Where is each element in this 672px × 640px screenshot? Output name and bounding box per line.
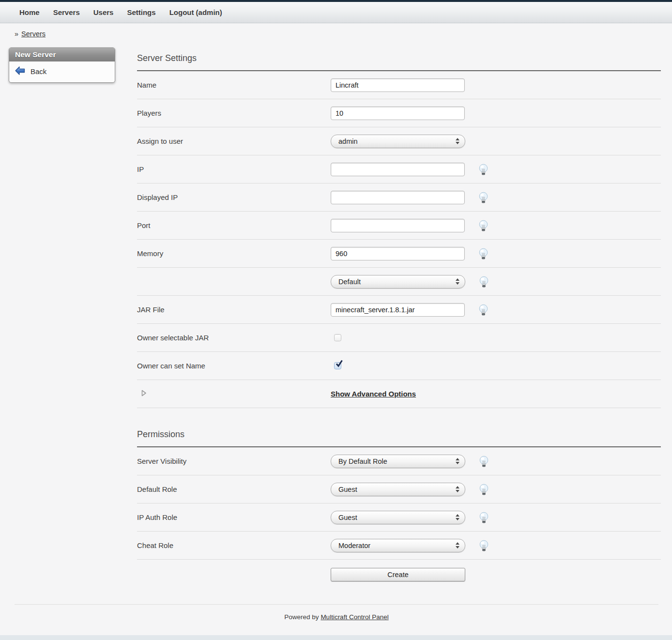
nav-item-users[interactable]: Users xyxy=(93,8,114,16)
multicraft-link[interactable]: Multicraft Control Panel xyxy=(321,613,388,621)
server-settings-heading: Server Settings xyxy=(137,53,661,71)
select-value: Default xyxy=(338,278,361,286)
form-row-advanced-options: Show Advanced Options xyxy=(137,380,661,408)
name-input[interactable] xyxy=(331,78,465,92)
sidebar: New Server Back xyxy=(0,43,132,83)
breadcrumb-separator: » xyxy=(15,30,18,38)
field-label: IP Auth Role xyxy=(137,513,331,521)
lightbulb-icon[interactable] xyxy=(478,192,489,203)
displayed-ip-input[interactable] xyxy=(331,191,465,204)
up-down-stepper-icon xyxy=(456,486,459,492)
assign-to-user-select[interactable]: admin xyxy=(331,135,465,148)
field-label: Players xyxy=(137,109,331,117)
ip-auth-role-select[interactable]: Guest xyxy=(331,511,465,524)
form-row-create: Create xyxy=(137,560,661,590)
lightbulb-icon[interactable] xyxy=(478,164,489,175)
up-down-stepper-icon xyxy=(456,458,459,464)
form-row-memory: Memory xyxy=(137,240,661,268)
up-down-stepper-icon xyxy=(456,514,459,520)
lightbulb-icon[interactable] xyxy=(478,220,489,231)
lightbulb-icon[interactable] xyxy=(478,304,489,316)
back-arrow-icon xyxy=(15,66,25,76)
breadcrumb-servers-link[interactable]: Servers xyxy=(21,30,46,38)
lightbulb-icon[interactable] xyxy=(478,540,489,551)
content-columns: New Server Back Server Settings Name xyxy=(0,43,672,591)
main-navigation: Home Servers Users Settings Logout (admi… xyxy=(0,2,672,23)
nav-item-logout[interactable]: Logout (admin) xyxy=(169,8,222,16)
form-row-ip: IP xyxy=(137,155,661,183)
select-value: Moderator xyxy=(338,542,370,549)
form-row-owner-selectable-jar: Owner selectable JAR xyxy=(137,324,661,352)
form-row-port: Port xyxy=(137,212,661,240)
lightbulb-icon[interactable] xyxy=(478,456,489,467)
server-visibility-select[interactable]: By Default Role xyxy=(331,455,465,468)
new-server-panel: New Server Back xyxy=(9,47,115,83)
field-label: Assign to user xyxy=(137,137,331,145)
field-label: Displayed IP xyxy=(137,193,331,201)
form-row-players: Players xyxy=(137,99,661,127)
back-button[interactable]: Back xyxy=(9,61,115,82)
field-label: JAR File xyxy=(137,305,331,314)
select-value: Guest xyxy=(338,486,357,493)
default-role-select[interactable]: Guest xyxy=(331,483,465,496)
form-row-server-visibility: Server Visibility By Default Role xyxy=(137,447,661,475)
up-down-stepper-icon xyxy=(456,542,459,549)
select-value: By Default Role xyxy=(338,457,387,465)
lightbulb-icon[interactable] xyxy=(478,248,489,259)
field-label: Owner selectable JAR xyxy=(137,334,331,342)
nav-item-servers[interactable]: Servers xyxy=(53,8,80,16)
form-row-default-role: Default Role Guest xyxy=(137,475,661,503)
footer: Powered by Multicraft Control Panel xyxy=(15,604,658,635)
footer-text: Powered by xyxy=(284,613,319,621)
cheat-role-select[interactable]: Moderator xyxy=(331,539,465,552)
form-row-cheat-role: Cheat Role Moderator xyxy=(137,532,661,560)
form-row-owner-can-set-name: Owner can set Name xyxy=(137,352,661,380)
players-input[interactable] xyxy=(331,107,465,120)
owner-can-set-name-checkbox[interactable] xyxy=(334,362,341,369)
field-label: IP xyxy=(137,165,331,173)
bottom-strip xyxy=(0,635,672,640)
field-label: Owner can set Name xyxy=(137,362,331,370)
advanced-toggle-cell xyxy=(137,390,331,398)
lightbulb-icon[interactable] xyxy=(478,484,489,495)
select-value: admin xyxy=(338,137,358,145)
collapsed-triangle-icon[interactable] xyxy=(141,390,147,396)
ip-input[interactable] xyxy=(331,163,465,176)
nav-item-home[interactable]: Home xyxy=(19,8,40,16)
owner-selectable-jar-checkbox[interactable] xyxy=(334,334,341,341)
panel-title: New Server xyxy=(9,48,115,61)
show-advanced-options-link[interactable]: Show Advanced Options xyxy=(331,390,416,398)
back-label: Back xyxy=(31,67,46,76)
field-label: Memory xyxy=(137,249,331,258)
main-content: Server Settings Name Players Assign to u… xyxy=(132,43,661,590)
field-label: Port xyxy=(137,221,331,229)
lightbulb-icon[interactable] xyxy=(478,276,489,288)
form-row-ip-auth-role: IP Auth Role Guest xyxy=(137,503,661,532)
memory-input[interactable] xyxy=(331,247,465,260)
up-down-stepper-icon xyxy=(456,278,459,285)
default-option-select[interactable]: Default xyxy=(331,275,465,289)
nav-item-settings[interactable]: Settings xyxy=(127,8,155,16)
checkmark-icon xyxy=(335,359,344,369)
field-label: Name xyxy=(137,81,331,89)
select-value: Guest xyxy=(338,514,357,521)
jar-file-input[interactable] xyxy=(331,303,465,317)
up-down-stepper-icon xyxy=(456,138,459,144)
port-input[interactable] xyxy=(331,219,465,232)
form-row-name: Name xyxy=(137,71,661,99)
permissions-heading: Permissions xyxy=(137,429,661,447)
field-label: Cheat Role xyxy=(137,541,331,549)
form-row-jar-file: JAR File xyxy=(137,296,661,324)
form-row-displayed-ip: Displayed IP xyxy=(137,183,661,212)
form-row-assign-to-user: Assign to user admin xyxy=(137,127,661,155)
page: Home Servers Users Settings Logout (admi… xyxy=(0,0,672,640)
create-button[interactable]: Create xyxy=(331,568,465,581)
breadcrumb: »Servers xyxy=(15,30,672,38)
form-row-default-option: Default xyxy=(137,268,661,296)
field-label: Default Role xyxy=(137,485,331,493)
lightbulb-icon[interactable] xyxy=(478,512,489,523)
field-label: Server Visibility xyxy=(137,457,331,465)
